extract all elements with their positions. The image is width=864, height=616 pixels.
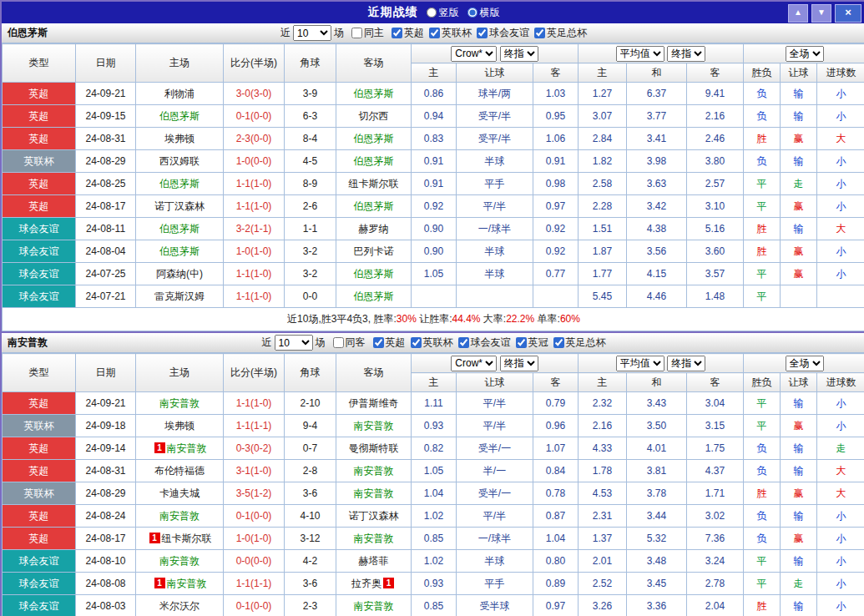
same-venue-checkbox[interactable]	[333, 337, 344, 348]
team-name-text[interactable]: 南安普敦	[159, 555, 200, 567]
team-name-text[interactable]: 埃弗顿	[164, 133, 195, 144]
handicap-result-cell: 赢	[781, 415, 817, 437]
team-name-text[interactable]: 赫罗纳	[359, 223, 389, 235]
team-name-text[interactable]: 南安普敦	[159, 397, 200, 409]
match-count-select[interactable]: 10	[293, 25, 331, 41]
league-filter[interactable]: 英超	[392, 26, 424, 40]
league-filter[interactable]: 球会友谊	[477, 26, 529, 40]
goals-result-cell: 小	[817, 595, 864, 616]
team-name-text[interactable]: 南安普敦	[354, 487, 394, 499]
layout-radio-input[interactable]	[467, 8, 477, 18]
team-name-text[interactable]: 切尔西	[359, 110, 389, 122]
move-down-button[interactable]: ▼	[811, 4, 831, 23]
team-name-text[interactable]: 南安普敦	[167, 442, 207, 454]
match-count-select[interactable]: 10	[275, 335, 313, 351]
scope-select[interactable]: 全场	[786, 46, 824, 62]
odds-source-select[interactable]: Crow*	[451, 356, 497, 371]
handicap-home-odds-cell: 0.85	[412, 595, 457, 616]
avg-final-select[interactable]: 终指	[667, 356, 705, 371]
same-venue-checkbox[interactable]	[351, 28, 362, 38]
league-filter[interactable]: 英足总杯	[553, 336, 606, 350]
col-avg-home: 主	[579, 373, 627, 392]
col-date: 日期	[76, 44, 136, 83]
avg-source-select[interactable]: 平均值	[616, 356, 664, 371]
team-name-text[interactable]: 布伦特福德	[154, 465, 205, 477]
league-filter[interactable]: 英联杯	[411, 336, 453, 350]
league-checkbox[interactable]	[458, 337, 469, 348]
team-name-text[interactable]: 伊普斯维奇	[349, 397, 399, 409]
team-name-text[interactable]: 拉齐奥	[351, 578, 381, 589]
corner-cell: 2-6	[285, 195, 336, 218]
league-filter[interactable]: 英冠	[516, 336, 548, 350]
scope-select[interactable]: 全场	[786, 356, 824, 371]
league-checkbox[interactable]	[516, 337, 527, 348]
team-name-text[interactable]: 伯恩茅斯	[354, 200, 394, 212]
same-venue-filter[interactable]: 同客	[333, 336, 366, 350]
team-name-text[interactable]: 曼彻斯特联	[349, 442, 399, 454]
league-filter[interactable]: 英足总杯	[534, 26, 587, 40]
league-checkbox[interactable]	[534, 28, 545, 38]
odds-source-select[interactable]: Crow*	[451, 46, 497, 62]
close-button[interactable]: ×	[835, 4, 861, 23]
team-name-text[interactable]: 西汉姆联	[159, 155, 200, 167]
team-name-text[interactable]: 南安普敦	[159, 510, 200, 522]
match-row: 英联杯24-08-29卡迪夫城3-5(1-2)3-6南安普敦1.04受半/一0.…	[3, 482, 864, 505]
team-name-text[interactable]: 赫塔菲	[359, 555, 389, 567]
matches-tbody: 英超24-09-21南安普敦1-1(1-0)2-10伊普斯维奇1.11平/半0.…	[3, 392, 864, 616]
team-name-text[interactable]: 伯恩茅斯	[159, 178, 200, 189]
team-name-text[interactable]: 纽卡斯尔联	[162, 533, 212, 544]
odds-final-select[interactable]: 终指	[500, 46, 538, 62]
team-name-text[interactable]: 诺丁汉森林	[154, 200, 205, 212]
team-name-text[interactable]: 伯恩茅斯	[354, 290, 394, 302]
league-filter[interactable]: 英超	[373, 336, 406, 350]
date-cell: 24-08-04	[76, 240, 136, 263]
team-name-text[interactable]: 纽卡斯尔联	[349, 178, 399, 189]
team-name-text[interactable]: 阿森纳(中)	[156, 268, 203, 280]
handicap-line-cell: 受半/一	[457, 437, 533, 460]
team-name-text[interactable]: 伯恩茅斯	[354, 133, 394, 144]
avg-home-odds-cell: 4.33	[579, 437, 627, 460]
team-name-text[interactable]: 伯恩茅斯	[159, 223, 200, 235]
team-name-text[interactable]: 伯恩茅斯	[354, 268, 394, 280]
league-checkbox[interactable]	[553, 337, 564, 348]
league-filter[interactable]: 英联杯	[429, 26, 472, 40]
layout-radio-input[interactable]	[427, 8, 437, 18]
league-checkbox[interactable]	[373, 337, 384, 348]
col-goals-result: 进球数	[817, 373, 864, 392]
team-name-text[interactable]: 埃弗顿	[164, 420, 195, 432]
team-name-text[interactable]: 南安普敦	[354, 600, 394, 612]
same-venue-filter[interactable]: 同主	[351, 26, 384, 40]
result-cell: 胜	[744, 240, 781, 263]
team-name-text[interactable]: 巴列卡诺	[354, 245, 394, 257]
layout-radio-horizontal[interactable]: 横版	[467, 6, 500, 20]
team-name-text[interactable]: 米尔沃尔	[159, 600, 200, 612]
team-name-text[interactable]: 诺丁汉森林	[349, 510, 399, 522]
league-checkbox[interactable]	[411, 337, 422, 348]
team-name-text[interactable]: 伯恩茅斯	[354, 88, 394, 99]
score-cell: 0-1(0-0)	[224, 505, 285, 528]
avg-source-select[interactable]: 平均值	[616, 46, 664, 62]
team-name-text[interactable]: 卡迪夫城	[159, 487, 200, 499]
avg-final-select[interactable]: 终指	[667, 46, 705, 62]
result-cell: 负	[744, 150, 781, 173]
league-checkbox[interactable]	[429, 28, 440, 38]
match-row: 英超24-08-31埃弗顿2-3(0-0)8-4伯恩茅斯0.83受平/半1.06…	[3, 128, 864, 150]
move-up-button[interactable]: ▲	[788, 4, 808, 23]
team-name-text[interactable]: 南安普敦	[354, 420, 394, 432]
team-name-text[interactable]: 利物浦	[164, 88, 195, 99]
odds-final-select[interactable]: 终指	[500, 356, 538, 371]
team-name-text[interactable]: 伯恩茅斯	[159, 245, 200, 257]
date-cell: 24-07-25	[76, 263, 136, 285]
layout-radio-vertical[interactable]: 竖版	[427, 6, 459, 20]
league-checkbox[interactable]	[477, 28, 488, 38]
team-name-text[interactable]: 南安普敦	[167, 578, 207, 589]
handicap-away-odds-cell: 0.96	[533, 415, 579, 437]
team-name-text[interactable]: 南安普敦	[354, 465, 394, 477]
team-name-text[interactable]: 雷克斯汉姆	[154, 290, 205, 302]
team-name-text[interactable]: 伯恩茅斯	[354, 155, 394, 167]
team-name-text[interactable]: 南安普敦	[354, 533, 394, 544]
league-filter[interactable]: 球会友谊	[458, 336, 511, 350]
league-checkbox[interactable]	[392, 28, 402, 38]
team-name-text[interactable]: 伯恩茅斯	[159, 110, 200, 122]
away-team-cell: 伯恩茅斯	[336, 83, 412, 105]
